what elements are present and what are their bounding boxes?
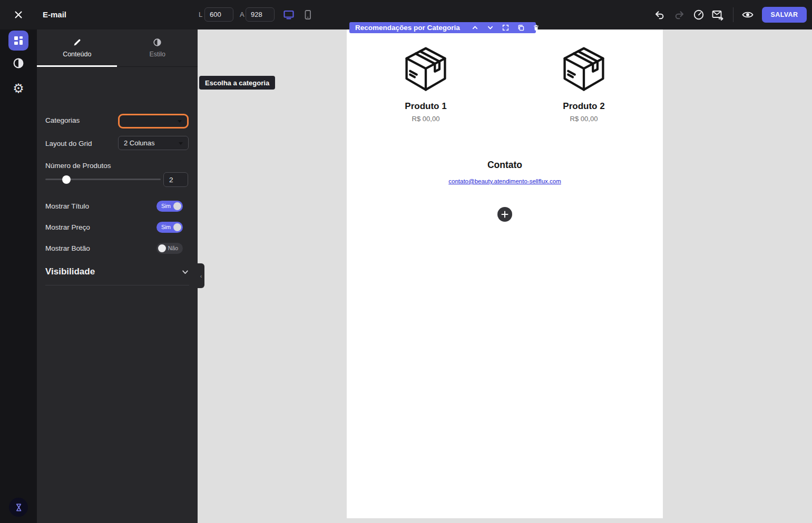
block-toolbar-label: Recomendações por Categoria xyxy=(355,24,460,32)
move-down-icon[interactable] xyxy=(487,24,494,31)
chevron-left-icon: ‹ xyxy=(200,273,202,279)
expand-icon[interactable] xyxy=(502,24,509,31)
grid-layout-label: Layout do Grid xyxy=(45,140,92,147)
show-button-label: Mostrar Botão xyxy=(45,244,90,252)
duplicate-icon[interactable] xyxy=(517,24,524,31)
sidebar-item-settings[interactable]: ⚙ xyxy=(8,78,28,98)
tab-estilo-label: Estilo xyxy=(149,51,165,58)
width-label: L xyxy=(199,0,202,29)
product-price: R$ 00,00 xyxy=(412,115,440,123)
block-toolbar-actions xyxy=(472,24,540,31)
email-document[interactable]: Produto 1 R$ 00,00 Produto 2 R$ 00,00 C xyxy=(347,29,663,518)
save-button[interactable]: SALVAR xyxy=(762,7,807,23)
plus-icon xyxy=(501,210,509,219)
mobile-view-icon[interactable] xyxy=(300,7,316,23)
toolbar-divider xyxy=(733,7,733,22)
product-card[interactable]: Produto 2 R$ 00,00 xyxy=(505,45,663,123)
recommendations-block[interactable]: Produto 1 R$ 00,00 Produto 2 R$ 00,00 xyxy=(347,45,663,123)
product-name: Produto 2 xyxy=(563,101,604,112)
toggle-knob xyxy=(173,202,181,210)
chevron-down-icon xyxy=(181,268,189,276)
gear-icon: ⚙ xyxy=(13,82,24,95)
package-icon xyxy=(560,45,608,94)
settings-panel: Conteúdo Estilo Categorias Layout do Gri… xyxy=(37,29,198,523)
toggle-knob xyxy=(158,244,166,252)
add-block-button[interactable] xyxy=(497,207,512,222)
toggle-state: Sim xyxy=(161,203,171,209)
panel-collapse-handle[interactable]: ‹ xyxy=(198,263,204,288)
contact-email-link[interactable]: contato@beauty.atendimento-sellflux.com xyxy=(448,178,561,184)
tab-conteudo-label: Conteúdo xyxy=(63,51,91,58)
height-label: A xyxy=(240,0,244,29)
toggle-knob xyxy=(173,223,181,231)
section-divider xyxy=(45,285,189,285)
products-count-label: Número de Produtos xyxy=(45,162,111,170)
chevron-down-icon xyxy=(179,142,183,145)
panel-tabs: Conteúdo Estilo xyxy=(37,29,198,67)
visibility-section-header[interactable]: Visibilidade xyxy=(45,265,189,279)
show-price-toggle[interactable]: Sim xyxy=(156,222,183,233)
package-icon xyxy=(402,45,450,94)
send-test-email-icon[interactable] xyxy=(710,7,726,23)
delete-icon[interactable] xyxy=(533,24,540,31)
pencil-icon xyxy=(73,38,82,47)
sidebar-item-blocks[interactable] xyxy=(8,31,28,51)
width-input[interactable] xyxy=(204,7,233,22)
left-sidebar: ⚙ xyxy=(0,29,37,523)
redo-icon[interactable] xyxy=(671,7,687,23)
show-title-label: Mostrar Título xyxy=(45,202,89,210)
show-title-toggle[interactable]: Sim xyxy=(156,201,183,212)
chevron-down-icon xyxy=(178,120,182,123)
categories-select[interactable] xyxy=(118,114,189,129)
undo-icon[interactable] xyxy=(651,7,667,23)
products-count-slider[interactable] xyxy=(45,179,161,180)
close-icon[interactable] xyxy=(8,4,29,25)
categories-label: Categorias xyxy=(45,116,80,124)
show-price-label: Mostrar Preço xyxy=(45,223,90,231)
preview-eye-icon[interactable] xyxy=(740,7,756,23)
product-card[interactable]: Produto 1 R$ 00,00 xyxy=(347,45,505,123)
speed-test-icon[interactable] xyxy=(691,7,707,23)
tab-estilo[interactable]: Estilo xyxy=(118,29,198,66)
products-count-input[interactable] xyxy=(163,172,188,187)
desktop-view-icon[interactable] xyxy=(281,7,297,23)
contact-link-row: contato@beauty.atendimento-sellflux.com xyxy=(347,176,663,185)
toggle-state: Sim xyxy=(161,224,171,230)
product-price: R$ 00,00 xyxy=(570,115,598,123)
show-button-toggle[interactable]: Não xyxy=(156,243,183,254)
block-toolbar: Recomendações por Categoria xyxy=(349,22,536,33)
panel-content: Categorias Layout do Grid 2 Colunas Núme… xyxy=(37,67,198,523)
slider-thumb[interactable] xyxy=(62,175,71,184)
page-title: E-mail xyxy=(43,0,66,29)
sidebar-item-theme[interactable] xyxy=(8,53,28,73)
product-name: Produto 1 xyxy=(405,101,446,112)
visibility-title: Visibilidade xyxy=(45,267,95,277)
brand-logo[interactable] xyxy=(9,498,28,517)
contact-heading: Contato xyxy=(347,160,663,171)
grid-layout-select[interactable]: 2 Colunas xyxy=(118,136,189,150)
toggle-state: Não xyxy=(168,245,178,251)
height-input[interactable] xyxy=(246,7,275,22)
editor-canvas: Produto 1 R$ 00,00 Produto 2 R$ 00,00 C xyxy=(198,29,812,523)
move-up-icon[interactable] xyxy=(472,24,478,31)
grid-layout-select-value: 2 Colunas xyxy=(124,139,155,147)
tab-conteudo[interactable]: Conteúdo xyxy=(37,29,118,66)
tooltip: Escolha a categoria xyxy=(199,76,275,90)
contrast-icon xyxy=(153,38,162,47)
